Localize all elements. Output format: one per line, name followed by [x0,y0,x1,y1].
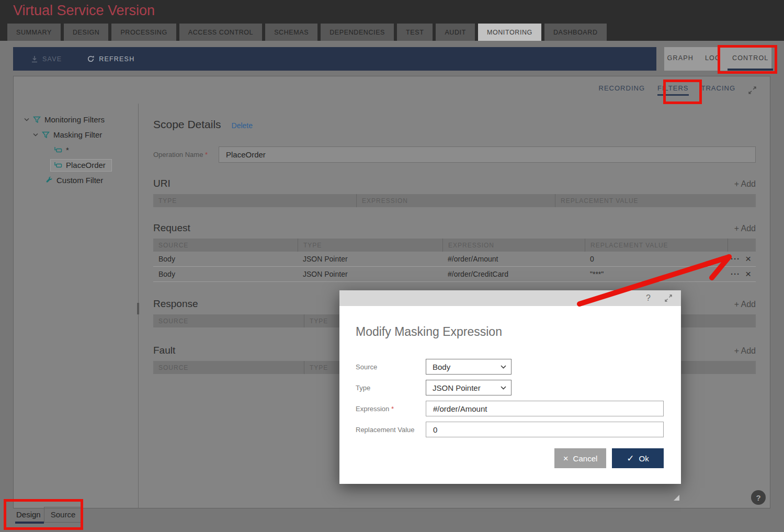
uri-add-button[interactable]: + Add [734,179,756,189]
column-header: TYPE [153,194,356,207]
monitor-tab-tracing[interactable]: TRACING [701,84,736,96]
tree-item-label: * [66,145,69,154]
cancel-button[interactable]: × Cancel [554,448,606,468]
tree-item-label: Monitoring Filters [44,115,105,124]
response-add-button[interactable]: + Add [734,300,756,309]
dialog-body: Modify Masking Expression Source Body Ty… [339,324,681,502]
design-source-tabs: Design Source [15,507,82,524]
cell-replacement: 0 [585,255,728,263]
tab-access-control[interactable]: ACCESS CONTROL [179,24,262,41]
request-heading: Request [153,222,190,234]
monitor-tab-recording[interactable]: RECORDING [599,84,645,96]
help-button[interactable]: ? [751,490,766,505]
expression-label: Expression * [356,405,426,413]
tree-item-custom-filter[interactable]: Custom Filter [14,173,138,188]
filter-tree: Monitoring Filters Masking Filter * [14,104,138,508]
required-marker: * [205,151,208,159]
tree-item-placeorder-selected[interactable]: PlaceOrder [50,159,112,172]
dialog-title: Modify Masking Expression [356,324,664,339]
type-label: Type [356,384,426,392]
source-select-value: Body [433,363,450,371]
tab-source[interactable]: Source [44,507,83,523]
replacement-value-input[interactable] [426,422,664,437]
delete-link[interactable]: Delete [232,121,253,130]
delete-row-icon[interactable]: × [745,270,751,278]
save-label: SAVE [42,55,62,63]
dialog-expand-icon[interactable] [664,294,673,302]
chevron-down-icon[interactable] [24,117,29,122]
fault-add-button[interactable]: + Add [734,346,756,356]
modify-masking-expression-dialog: ? Modify Masking Expression Source Body … [339,290,681,484]
column-header: TYPE [298,239,442,252]
cell-replacement: "***" [585,270,728,278]
app-header: Virtual Service Version SUMMARY DESIGN P… [0,0,784,41]
replacement-value-label: Replacement Value [356,426,426,434]
tree-item-masking-filter[interactable]: Masking Filter [14,127,138,142]
tab-processing[interactable]: PROCESSING [111,24,176,41]
monitor-tab-filters[interactable]: FILTERS [657,84,689,96]
view-tab-log[interactable]: LOG [700,47,725,71]
tab-schemas[interactable]: SCHEMAS [265,24,317,41]
filter-icon [33,116,41,123]
tab-dependencies[interactable]: DEPENDENCIES [321,24,394,41]
tab-design[interactable]: Design [15,507,44,524]
save-button[interactable]: SAVE [31,55,62,63]
chevron-down-icon[interactable] [33,132,38,137]
column-header: EXPRESSION [442,239,585,252]
operation-name-label: Operation Name * [153,151,219,159]
delete-row-icon[interactable]: × [745,255,751,263]
operation-icon [54,162,62,168]
expand-panel-icon[interactable] [748,86,757,95]
tab-monitoring[interactable]: MONITORING [478,24,541,41]
scope-details-heading: Scope Details [153,118,221,131]
column-header: SOURCE [153,314,304,327]
type-select[interactable]: JSON Pointer [426,380,512,395]
column-header: SOURCE [153,239,298,252]
tab-audit[interactable]: AUDIT [436,24,475,41]
edit-row-icon[interactable]: ··· [731,271,740,277]
ok-check-icon: ✓ [627,454,634,463]
tree-item-wildcard-operation[interactable]: * [14,142,138,157]
operation-icon [54,146,62,153]
type-select-value: JSON Pointer [433,383,481,392]
view-tab-graph[interactable]: GRAPH [663,47,698,71]
source-label: Source [356,363,426,371]
uri-section: URI + Add TYPE EXPRESSION REPLACEMENT VA… [153,178,756,207]
cancel-label: Cancel [573,454,598,463]
cell-source: Body [153,270,298,278]
tab-design[interactable]: DESIGN [64,24,109,41]
dialog-resize-handle[interactable] [674,495,679,501]
column-header: EXPRESSION [356,194,555,207]
cancel-x-icon: × [563,454,569,463]
action-toolbar: SAVE REFRESH [13,47,656,71]
cell-source: Body [153,255,298,263]
tab-test[interactable]: TEST [397,24,433,41]
chevron-down-icon [501,365,506,369]
view-tab-control[interactable]: CONTROL [728,47,774,71]
table-row[interactable]: Body JSON Pointer #/order/Amount 0 ··· × [153,252,756,267]
save-icon [31,55,38,63]
uri-table-header: TYPE EXPRESSION REPLACEMENT VALUE [153,194,756,207]
page-title: Virtual Service Version [13,3,155,19]
ok-button[interactable]: ✓ Ok [612,448,664,468]
cell-expression: #/order/Amount [442,255,585,263]
cell-type: JSON Pointer [298,255,442,263]
dialog-help-icon[interactable]: ? [646,293,651,303]
refresh-label: REFRESH [99,55,134,63]
request-add-button[interactable]: + Add [734,224,756,233]
column-header-actions [728,239,756,252]
main-tab-bar: SUMMARY DESIGN PROCESSING ACCESS CONTROL… [7,24,607,41]
tree-item-monitoring-filters[interactable]: Monitoring Filters [14,112,138,127]
operation-name-input[interactable] [219,146,756,163]
column-header: REPLACEMENT VALUE [555,194,756,207]
edit-row-icon[interactable]: ··· [731,256,740,262]
tab-summary[interactable]: SUMMARY [7,24,61,41]
tree-item-placeorder: PlaceOrder [14,157,138,173]
dialog-titlebar[interactable]: ? [339,290,681,306]
expression-input[interactable] [426,401,664,416]
source-select[interactable]: Body [426,359,512,375]
tab-dashboard[interactable]: DASHBOARD [544,24,607,41]
refresh-icon [87,55,95,63]
table-row[interactable]: Body JSON Pointer #/order/CreditCard "**… [153,267,756,282]
refresh-button[interactable]: REFRESH [87,55,134,63]
